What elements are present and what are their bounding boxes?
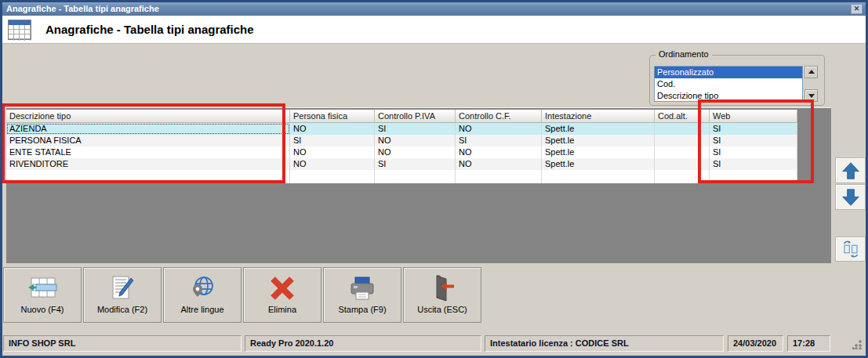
column-header-controllo-cf[interactable]: Controllo C.F. bbox=[456, 110, 542, 123]
cell-descrizione[interactable]: PERSONA FISICA bbox=[6, 135, 290, 146]
cell-controllo-piva[interactable]: SI bbox=[375, 123, 456, 135]
cell-persona-fisica[interactable]: NO bbox=[290, 123, 375, 135]
ordinamento-option-cod[interactable]: Cod. bbox=[655, 78, 802, 90]
swap-records-button[interactable] bbox=[835, 237, 866, 262]
table-grid-icon bbox=[8, 20, 31, 40]
swap-records-icon bbox=[840, 240, 862, 259]
table-container: Descrizione tipo Persona fisica Controll… bbox=[6, 107, 831, 263]
elimina-button[interactable]: Elimina bbox=[243, 267, 321, 323]
window-title: Anagrafiche - Tabella tipi anagrafiche bbox=[6, 4, 159, 13]
cell-intestazione[interactable]: Spett.le bbox=[542, 158, 655, 170]
cell-descrizione[interactable]: RIVENDITORE bbox=[6, 158, 290, 170]
cell-controllo-cf[interactable]: SI bbox=[456, 135, 542, 146]
column-header-descrizione-tipo[interactable]: Descrizione tipo bbox=[6, 110, 290, 123]
ordinamento-label: Ordinamento bbox=[656, 49, 712, 59]
altre-lingue-label: Altre lingue bbox=[164, 304, 241, 315]
move-down-button[interactable] bbox=[835, 184, 866, 210]
status-license: Intestatario licenza : CODICE SRL bbox=[485, 335, 724, 352]
status-date: 24/03/2020 bbox=[728, 335, 783, 352]
ordinamento-scrollbar[interactable] bbox=[804, 66, 818, 102]
column-header-cod-alt[interactable]: Cod.alt. bbox=[655, 110, 710, 123]
scroll-down-button[interactable] bbox=[804, 89, 818, 102]
cell-persona-fisica[interactable]: SI bbox=[290, 135, 375, 146]
elimina-label: Elimina bbox=[244, 304, 321, 315]
cell-cod-alt[interactable] bbox=[655, 158, 710, 170]
ordinamento-groupbox: Ordinamento Personalizzato Cod. Descrizi… bbox=[649, 55, 825, 106]
column-header-controllo-piva[interactable]: Controllo P.IVA bbox=[375, 110, 456, 123]
altre-lingue-button[interactable]: Altre lingue bbox=[163, 267, 242, 323]
title-bar: Anagrafiche - Tabella tipi anagrafiche ✕ bbox=[2, 2, 866, 16]
cell-controllo-cf[interactable]: NO bbox=[456, 123, 542, 135]
ordinamento-option-personalizzato[interactable]: Personalizzato bbox=[655, 67, 802, 78]
cell-descrizione[interactable]: AZIENDA bbox=[6, 123, 290, 135]
table-row[interactable]: ENTE STATALE NO NO NO Spett.le SI bbox=[6, 146, 797, 158]
cell-descrizione[interactable]: ENTE STATALE bbox=[6, 146, 290, 158]
cell-controllo-cf[interactable]: NO bbox=[456, 158, 542, 170]
stampa-button[interactable]: Stampa (F9) bbox=[323, 267, 401, 323]
modifica-button[interactable]: Modifica (F2) bbox=[83, 267, 162, 323]
move-up-button[interactable] bbox=[835, 157, 866, 183]
ordinamento-listbox[interactable]: Personalizzato Cod. Descrizione tipo bbox=[654, 66, 803, 102]
cell-persona-fisica[interactable]: NO bbox=[290, 146, 375, 158]
triangle-down-icon bbox=[808, 94, 815, 98]
cell-web[interactable]: SI bbox=[710, 158, 797, 170]
uscita-button[interactable]: Uscita (ESC) bbox=[403, 267, 481, 323]
page-header: Anagrafiche - Tabella tipi anagrafiche bbox=[2, 16, 866, 44]
arrow-up-icon bbox=[840, 161, 862, 181]
nuovo-button[interactable]: Nuovo (F4) bbox=[3, 267, 82, 323]
cell-intestazione[interactable]: Spett.le bbox=[542, 146, 655, 158]
status-time: 17:28 bbox=[787, 335, 830, 352]
column-header-intestazione[interactable]: Intestazione bbox=[542, 110, 655, 123]
cell-cod-alt[interactable] bbox=[655, 123, 710, 135]
cell-cod-alt[interactable] bbox=[655, 135, 710, 146]
cell-web[interactable]: SI bbox=[710, 123, 797, 135]
cell-controllo-cf[interactable]: NO bbox=[456, 146, 542, 158]
anagrafiche-table: Descrizione tipo Persona fisica Controll… bbox=[6, 110, 797, 183]
table-header-row: Descrizione tipo Persona fisica Controll… bbox=[6, 110, 797, 123]
cell-web[interactable]: SI bbox=[710, 135, 797, 146]
ordinamento-option-descrizione[interactable]: Descrizione tipo bbox=[655, 90, 802, 102]
cell-controllo-piva[interactable]: NO bbox=[375, 135, 456, 146]
cell-controllo-piva[interactable]: NO bbox=[375, 146, 456, 158]
scroll-up-button[interactable] bbox=[804, 66, 818, 78]
edit-pencil-document-icon bbox=[109, 275, 136, 302]
triangle-up-icon bbox=[808, 70, 815, 74]
status-company: INFO SHOP SRL bbox=[3, 335, 242, 352]
page-title: Anagrafiche - Tabella tipi anagrafiche bbox=[45, 16, 254, 44]
status-bar: INFO SHOP SRL Ready Pro 2020.1.20 Intest… bbox=[0, 334, 868, 354]
close-button[interactable]: ✕ bbox=[851, 4, 863, 14]
table-row[interactable]: PERSONA FISICA SI NO SI Spett.le SI bbox=[6, 135, 797, 146]
table-empty-row bbox=[6, 170, 797, 183]
close-icon: ✕ bbox=[854, 5, 860, 13]
column-header-persona-fisica[interactable]: Persona fisica bbox=[290, 110, 375, 123]
globe-pin-icon bbox=[188, 275, 216, 302]
cell-cod-alt[interactable] bbox=[655, 146, 710, 158]
cell-web[interactable]: SI bbox=[710, 146, 797, 158]
printer-icon bbox=[347, 275, 377, 302]
cell-persona-fisica[interactable]: NO bbox=[290, 158, 375, 170]
arrow-down-icon bbox=[840, 187, 862, 208]
table-row[interactable]: AZIENDA NO SI NO Spett.le SI bbox=[6, 123, 797, 135]
status-version: Ready Pro 2020.1.20 bbox=[245, 335, 481, 352]
column-header-web[interactable]: Web bbox=[710, 110, 797, 123]
table-insert-row-icon bbox=[27, 277, 58, 300]
modifica-label: Modifica (F2) bbox=[84, 304, 161, 315]
cell-controllo-piva[interactable]: SI bbox=[375, 158, 456, 170]
red-x-icon bbox=[269, 275, 296, 302]
app-window: Anagrafiche - Tabella tipi anagrafiche ✕… bbox=[0, 0, 868, 358]
nuovo-label: Nuovo (F4) bbox=[4, 304, 81, 315]
cell-intestazione[interactable]: Spett.le bbox=[542, 135, 655, 146]
stampa-label: Stampa (F9) bbox=[324, 304, 401, 315]
resize-grip-icon[interactable] bbox=[852, 340, 862, 349]
cell-intestazione[interactable]: Spett.le bbox=[542, 123, 655, 135]
table-row[interactable]: RIVENDITORE NO SI NO Spett.le SI bbox=[6, 158, 797, 170]
exit-door-icon bbox=[427, 274, 457, 302]
uscita-label: Uscita (ESC) bbox=[404, 304, 481, 315]
